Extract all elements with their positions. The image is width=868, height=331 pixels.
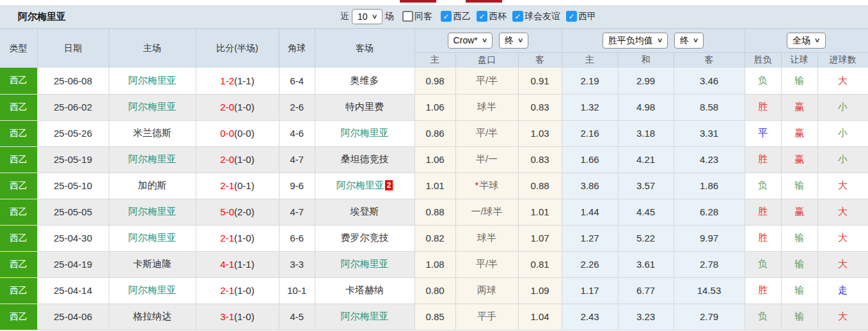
handicap-cell: 两球 [455, 277, 518, 304]
halftime-score: (1-0) [234, 233, 255, 243]
goals-result-cell: 小 [817, 146, 868, 173]
result-scope-value: 全场 [793, 35, 810, 46]
handicap-result-cell: 赢 [781, 146, 817, 173]
team-name[interactable]: 阿尔梅里亚 [129, 153, 177, 164]
team-name[interactable]: 阿尔梅里亚 [341, 258, 389, 269]
result-value: 负 [758, 311, 768, 321]
date-cell: 25-05-26 [37, 120, 109, 146]
avg-source-value: 胜平负均值 [608, 35, 653, 46]
result-value: 走 [838, 284, 848, 295]
score-cell: 2-0(1-0) [196, 94, 279, 120]
team-name[interactable]: 阿尔梅里亚 [129, 206, 177, 217]
filter-checkbox-label: 同客 [414, 11, 432, 22]
corners-cell: 4-7 [279, 146, 315, 173]
team-name: 桑坦德竞技 [341, 153, 389, 164]
away-team-cell: 阿尔梅里亚 [315, 304, 414, 330]
avg-source-select[interactable]: 胜平负均值 ∨ [603, 33, 668, 49]
handicap-result-cell: 输 [781, 251, 817, 277]
result-value: 输 [794, 75, 804, 86]
avg-draw-cell: 4.21 [618, 146, 674, 173]
filter-checkbox-label: 西杯 [489, 11, 507, 22]
league-cell: 西乙 [0, 251, 37, 277]
chevron-down-icon: ∨ [693, 37, 699, 43]
result-value: 负 [758, 75, 768, 86]
checkbox-checked-icon[interactable]: ✓ [441, 11, 452, 22]
handicap-odds-group-header: Crow* ∨ 终 ∨ [414, 29, 562, 52]
avg-draw-cell: 3.61 [618, 251, 674, 277]
result-value: 大 [838, 311, 848, 321]
recent-label: 近 [340, 11, 349, 22]
team-name: 卡斯迪隆 [133, 258, 171, 269]
result-value: 小 [838, 153, 848, 164]
header-home: 主场 [109, 29, 196, 68]
result-value: 赢 [794, 206, 804, 217]
checkbox-unchecked-icon[interactable] [402, 11, 413, 22]
header-date: 日期 [37, 29, 109, 68]
changed-handicap-star-icon: * [475, 180, 479, 190]
team-name[interactable]: 阿尔梅里亚 [341, 311, 389, 321]
halftime-score: (1-0) [234, 285, 255, 296]
checkbox-checked-icon[interactable]: ✓ [512, 11, 523, 22]
avg-draw-cell: 3.23 [618, 304, 674, 330]
goals-result-cell: 走 [817, 277, 868, 304]
corners-cell: 4-7 [279, 199, 315, 225]
result-value: 赢 [794, 153, 804, 164]
home-team-cell: 阿尔梅里亚 [109, 225, 196, 251]
league-cell: 西乙 [0, 94, 37, 120]
corners-cell: 9-6 [279, 173, 315, 199]
table-row: 西乙25-06-02阿尔梅里亚2-0(1-0)2-6特内里费1.06球半0.83… [0, 94, 868, 120]
avg-home-cell: 2.26 [562, 251, 618, 277]
result-value: 输 [794, 284, 804, 295]
crow-away-odds-cell: 1.07 [518, 225, 562, 251]
team-name[interactable]: 阿尔梅里亚 [129, 75, 177, 86]
score-cell: 5-0(2-0) [196, 199, 279, 225]
result-value: 大 [838, 206, 848, 217]
away-team-cell: 卡塔赫纳 [315, 277, 414, 304]
header-type: 类型 [0, 29, 37, 68]
crow-home-odds-cell: 0.88 [414, 199, 455, 225]
fulltime-score: 0-0 [220, 128, 234, 139]
team-name[interactable]: 阿尔梅里亚 [341, 127, 389, 138]
top-tab-indicator[interactable] [466, 0, 502, 3]
team-name[interactable]: 阿尔梅里亚 [129, 101, 177, 112]
red-card-badge: 2 [385, 180, 393, 190]
team-name[interactable]: 阿尔梅里亚 [129, 284, 177, 295]
crow-home-odds-cell: 0.80 [414, 277, 455, 304]
avg-home-cell: 1.27 [562, 225, 618, 251]
avg-odds-group-header: 胜平负均值 ∨ 终 ∨ [562, 29, 745, 52]
team-name[interactable]: 阿尔梅里亚 [129, 232, 177, 243]
score-cell: 2-1(1-0) [196, 277, 279, 304]
date-cell: 25-04-19 [37, 251, 109, 277]
date-cell: 25-04-30 [37, 225, 109, 251]
subheader-avg-draw: 和 [618, 52, 674, 68]
corners-cell: 6-6 [279, 225, 315, 251]
away-team-cell: 特内里费 [315, 94, 414, 120]
fulltime-score: 2-1 [220, 285, 234, 296]
fulltime-score: 4-1 [220, 259, 234, 270]
date-cell: 25-04-06 [37, 304, 109, 330]
checkbox-checked-icon[interactable]: ✓ [566, 11, 577, 22]
fulltime-score: 5-0 [220, 206, 234, 217]
odds-time-select[interactable]: 终 ∨ [499, 33, 528, 49]
result-value: 输 [794, 180, 804, 190]
subheader-crow-away: 客 [518, 52, 562, 68]
date-cell: 25-06-02 [37, 94, 109, 120]
recent-count-select[interactable]: 10 ∨ [352, 9, 383, 25]
avg-away-cell: 8.58 [674, 94, 745, 120]
score-cell: 2-1(1-0) [196, 225, 279, 251]
team-name[interactable]: 阿尔梅里亚 [336, 180, 384, 190]
goals-result-cell: 小 [817, 94, 868, 120]
top-tab-indicator[interactable] [400, 0, 436, 3]
filter-checkbox-group: ✓西乙 [441, 11, 471, 22]
avg-away-cell: 3.31 [674, 120, 745, 146]
avg-away-cell: 9.97 [674, 225, 745, 251]
league-cell: 西乙 [0, 277, 37, 304]
league-cell: 西乙 [0, 225, 37, 251]
odds-source-select[interactable]: Crow* ∨ [448, 33, 493, 49]
result-scope-select[interactable]: 全场 ∨ [787, 33, 825, 49]
avg-draw-cell: 5.22 [618, 225, 674, 251]
avg-time-select[interactable]: 终 ∨ [674, 33, 704, 49]
home-team-cell: 阿尔梅里亚 [109, 277, 196, 304]
halftime-score: (0-1) [234, 180, 255, 191]
checkbox-checked-icon[interactable]: ✓ [477, 11, 487, 22]
